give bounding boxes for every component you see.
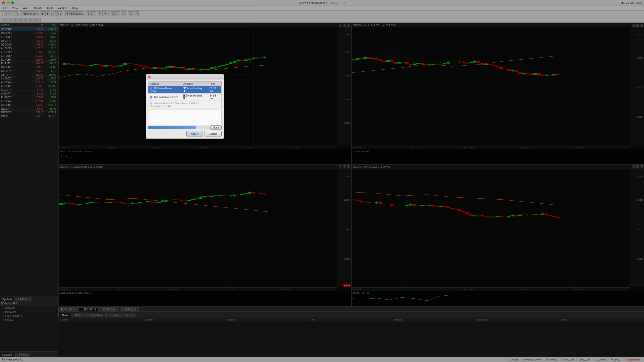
demo-company: BDSwiss Holding Plc. (181, 86, 208, 94)
demo-address: BDSwiss-Demo Server (148, 86, 181, 94)
modal-progress-fill (148, 126, 196, 129)
modal-overlay: Address Company Ping BDSwiss-Demo Server… (0, 0, 644, 362)
modal-close-btn[interactable] (148, 75, 151, 78)
ping-col-header: Ping (208, 82, 222, 86)
live-server-icon (150, 96, 152, 99)
server-row-demo[interactable]: BDSwiss-Demo Server BDSwiss Holding Plc.… (148, 86, 222, 94)
new-broker-icon (150, 102, 152, 105)
modal-content: Address Company Ping BDSwiss-Demo Server… (146, 79, 224, 139)
live-ping: 64.84 ms (208, 94, 222, 101)
server-table: Address Company Ping BDSwiss-Demo Server… (148, 81, 222, 108)
demo-ping: 63.70 ms (208, 86, 222, 94)
modal-empty-area (148, 110, 222, 125)
modal-progress-container: Scan (148, 126, 222, 129)
cancel-button[interactable]: Cancel (205, 131, 222, 137)
server-row-new[interactable]: add new broker like 'BrokerName' or addr… (148, 101, 222, 108)
new-broker-cell: add new broker like 'BrokerName' or addr… (148, 101, 222, 108)
modal-titlebar (146, 74, 224, 79)
demo-server-icon (150, 87, 152, 90)
next-button[interactable]: Next > (186, 131, 203, 137)
server-selector-dialog: Address Company Ping BDSwiss-Demo Server… (146, 74, 224, 139)
live-company: BDSwiss Holding Plc. (181, 94, 208, 101)
address-col-header: Address (148, 82, 181, 86)
scan-button[interactable]: Scan (210, 125, 222, 130)
company-col-header: Company (181, 82, 208, 86)
live-address: BDSwiss-Live Server (148, 94, 181, 101)
modal-buttons: Next > Cancel (148, 131, 222, 137)
server-row-live[interactable]: BDSwiss-Live Server BDSwiss Holding Plc.… (148, 94, 222, 101)
